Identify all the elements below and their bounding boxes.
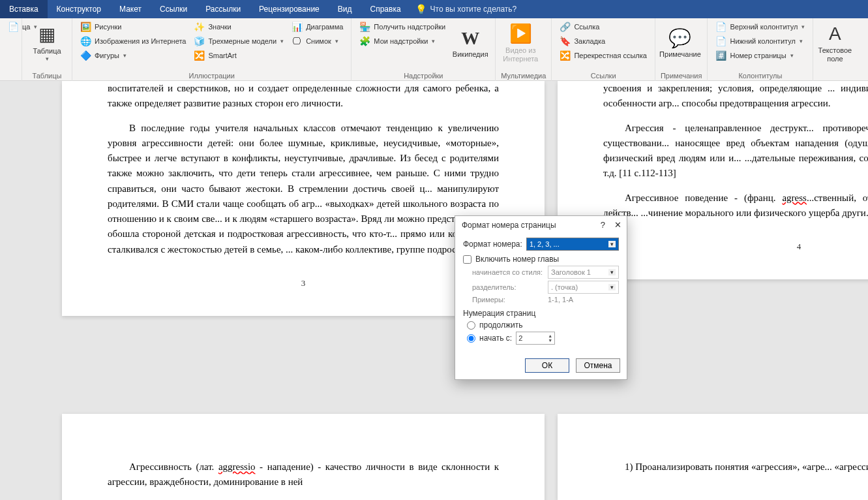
online-pictures-button[interactable]: 🌐Изображения из Интернета <box>78 34 188 48</box>
start-at-radio-input[interactable] <box>467 334 475 343</box>
paragraph[interactable]: усвоения и закрепления; условия, определ… <box>603 81 868 112</box>
separator-select: . (точка) ▾ <box>548 281 619 294</box>
icons-icon: ✨ <box>194 22 204 32</box>
bookmark-icon: 🔖 <box>560 36 570 46</box>
shapes-button[interactable]: 🔷Фигуры <box>78 48 188 63</box>
page-number: 3 <box>108 277 499 290</box>
tab-insert[interactable]: Вставка <box>0 0 48 18</box>
pagenumber-button[interactable]: #️⃣Номер страницы <box>713 48 807 63</box>
group-addins-label: Надстройки <box>357 72 490 81</box>
paragraph[interactable]: В последние годы учителя начальных класс… <box>108 121 499 257</box>
start-at-spinner[interactable]: 2 ▲▼ <box>516 332 555 345</box>
tab-design[interactable]: Конструктор <box>48 0 110 18</box>
paragraph[interactable]: воспитателей и сверстников, но и создает… <box>108 81 499 112</box>
group-label <box>5 72 16 81</box>
tab-view[interactable]: Вид <box>329 0 361 18</box>
bookmark-button[interactable]: 🔖Закладка <box>557 34 650 48</box>
icons-button[interactable]: ✨Значки <box>191 20 286 34</box>
table-button[interactable]: ▦ Таблица ▾ <box>27 20 67 67</box>
ok-button[interactable]: ОК <box>525 358 569 373</box>
continue-radio-input[interactable] <box>467 321 475 330</box>
ribbon: 📄ца ▦ Таблица ▾ Таблицы 🖼️Рисунки 🌐Изобр… <box>0 18 868 81</box>
ribbon-tabs: Вставка Конструктор Макет Ссылки Рассылк… <box>0 0 868 18</box>
group-comments: 💬 Примечание Примечания <box>655 18 708 81</box>
separator-label: разделитель: <box>472 283 548 291</box>
page-number-format-dialog: Формат номера страницы ? ✕ Формат номера… <box>455 215 627 380</box>
tab-layout[interactable]: Макет <box>110 0 151 18</box>
group-links: 🔗Ссылка 🔖Закладка 🔀Перекрестная ссылка С… <box>552 18 655 81</box>
tab-review[interactable]: Рецензирование <box>250 0 329 18</box>
screenshot-icon: 🖵 <box>292 36 302 46</box>
dialog-title: Формат номера страницы <box>462 221 556 230</box>
group-pages-left: 📄ца <box>0 18 22 81</box>
examples-label: Примеры: <box>472 296 548 304</box>
header-icon: 📄 <box>715 22 726 32</box>
page-number: 4 <box>603 240 868 253</box>
wikipedia-button[interactable]: W Википедия <box>451 20 490 67</box>
dialog-titlebar: Формат номера страницы ? ✕ <box>455 216 627 234</box>
header-button[interactable]: 📄Верхний колонтитул <box>713 20 807 34</box>
smartart-icon: 🔀 <box>194 50 204 61</box>
table-icon: ▦ <box>38 23 55 46</box>
tell-me[interactable]: 💡 Что вы хотите сделать? <box>415 4 517 14</box>
screenshot-button[interactable]: 🖵Снимок <box>289 34 346 48</box>
footer-icon: 📄 <box>715 36 726 46</box>
tab-mailings[interactable]: Рассылки <box>196 0 250 18</box>
chart-button[interactable]: 📊Диаграмма <box>289 20 346 34</box>
my-addins-button[interactable]: 🧩Мои надстройки <box>357 34 448 48</box>
3dmodels-button[interactable]: 🧊Трехмерные модели <box>191 34 286 48</box>
comment-button[interactable]: 💬 Примечание <box>661 20 700 67</box>
chart-icon: 📊 <box>292 22 302 32</box>
tell-me-label: Что вы хотите сделать? <box>430 5 517 14</box>
number-format-select[interactable]: 1, 2, 3, ... ▾ <box>526 238 619 251</box>
comment-icon: 💬 <box>668 27 691 50</box>
smartart-button[interactable]: 🔀SmartArt <box>191 48 286 63</box>
pictures-button[interactable]: 🖼️Рисунки <box>78 20 188 34</box>
link-button[interactable]: 🔗Ссылка <box>557 20 650 34</box>
include-chapter-input[interactable] <box>463 255 471 264</box>
group-addins: 🏪Получить надстройки 🧩Мои надстройки W В… <box>352 18 496 81</box>
paragraph[interactable]: Агрессивность (лат. aggressio - нападени… <box>108 460 499 490</box>
include-chapter-checkbox[interactable]: Включить номер главы <box>463 255 619 264</box>
footer-button[interactable]: 📄Нижний колонтитул <box>713 34 807 48</box>
group-headerfooter-label: Колонтитулы <box>713 72 807 81</box>
page-icon: 📄 <box>8 22 18 32</box>
tab-help[interactable]: Справка <box>361 0 410 18</box>
examples-value: 1-1, 1-A <box>548 296 573 304</box>
group-media-label: Мультимедиа <box>501 72 546 81</box>
number-format-label: Формат номера: <box>463 240 522 249</box>
get-addins-button[interactable]: 🏪Получить надстройки <box>357 20 448 34</box>
spin-down-icon[interactable]: ▼ <box>548 338 552 343</box>
continue-radio[interactable]: продолжить <box>467 320 619 330</box>
3d-icon: 🧊 <box>194 36 204 46</box>
paragraph[interactable]: 1) Проанализировать понятия «агрессия», … <box>603 460 868 475</box>
group-text-label <box>818 72 851 81</box>
group-media: ▶️ Видео из Интернета Мультимедиа <box>496 18 552 81</box>
bulb-icon: 💡 <box>415 4 427 14</box>
cancel-button[interactable]: Отмена <box>576 358 620 373</box>
group-tables-label: Таблицы <box>27 72 67 81</box>
help-icon[interactable]: ? <box>601 220 605 230</box>
page-3[interactable]: Агрессивность (лат. aggressio - нападени… <box>62 414 545 500</box>
pagenumber-icon: #️⃣ <box>715 50 726 61</box>
group-text: A Текстовое поле <box>813 18 856 81</box>
page-4[interactable]: 1) Проанализировать понятия «агрессия», … <box>558 414 868 500</box>
group-links-label: Ссылки <box>557 72 650 81</box>
group-illustrations: 🖼️Рисунки 🌐Изображения из Интернета 🔷Фиг… <box>72 18 352 81</box>
paragraph[interactable]: Агрессия - целенаправленное деструкт... … <box>603 121 868 181</box>
crossref-button[interactable]: 🔀Перекрестная ссылка <box>557 48 650 63</box>
addins-icon: 🧩 <box>359 36 370 46</box>
group-illustrations-label: Иллюстрации <box>78 72 346 81</box>
chevron-down-icon: ▾ <box>608 269 616 275</box>
pictures-icon: 🖼️ <box>80 22 91 32</box>
spin-up-icon[interactable]: ▲ <box>548 334 552 338</box>
start-at-radio[interactable]: начать с: 2 ▲▼ <box>467 332 619 345</box>
link-icon: 🔗 <box>560 22 570 32</box>
paragraph[interactable]: Агрессивное поведение - (франц. agress..… <box>603 191 868 221</box>
numbering-header: Нумерация страниц <box>463 309 619 318</box>
textbox-icon: A <box>829 23 841 45</box>
textbox-button[interactable]: A Текстовое поле <box>818 20 851 67</box>
close-icon[interactable]: ✕ <box>614 220 621 230</box>
document-canvas[interactable]: воспитателей и сверстников, но и создает… <box>0 81 868 500</box>
tab-references[interactable]: Ссылки <box>151 0 196 18</box>
